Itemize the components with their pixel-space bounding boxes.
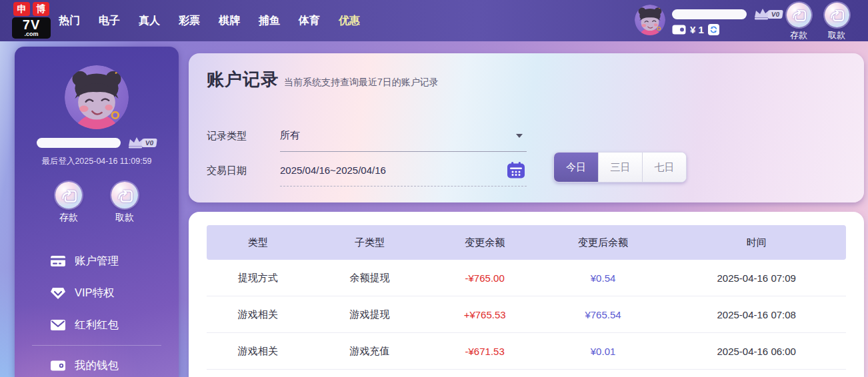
date-range-input[interactable]: 2025/04/16~2025/04/16	[280, 155, 527, 187]
account-records-filter-panel: 账户记录 当前系统支持查询最近7日的账户记录 记录类型 所有 交易日期 2025…	[189, 53, 864, 202]
withdraw-label: 取款	[105, 212, 145, 224]
logo-badge-bo: 博	[33, 2, 49, 16]
record-type-select[interactable]: 所有	[280, 120, 527, 152]
sidebar-item-my-wallet[interactable]: 我的钱包	[15, 350, 179, 377]
card-icon	[50, 254, 66, 268]
logo-main-text: 7V	[14, 18, 49, 31]
avatar-image	[65, 65, 129, 129]
top-nav-menu: 热门 电子 真人 彩票 棋牌 捕鱼 体育 优惠	[57, 0, 361, 41]
table-row: 提现方式 余额提现 -¥765.00 ¥0.54 2025-04-16 07:0…	[207, 260, 846, 296]
sidebar-item-vip-privileges[interactable]: VIP特权	[15, 277, 179, 309]
transaction-date-label: 交易日期	[207, 165, 280, 177]
deposit-icon	[787, 3, 811, 27]
withdraw-button-sidebar[interactable]: 取款	[105, 182, 145, 224]
sidebar-item-label: VIP特权	[75, 286, 115, 300]
sidebar-item-label: 红利红包	[75, 318, 119, 332]
last-login-text: 最后登入2025-04-16 11:09:59	[15, 156, 179, 167]
sidebar-menu: 账户管理 VIP特权 红利红包	[15, 245, 179, 377]
sidebar-divider	[32, 345, 161, 346]
logo-badge-shen: 申	[13, 2, 30, 16]
username-masked	[672, 9, 747, 19]
cell-subtype: 游戏充值	[309, 345, 430, 358]
nav-item-promotions[interactable]: 优惠	[337, 14, 361, 28]
date-range-value: 2025/04/16~2025/04/16	[280, 165, 386, 176]
withdraw-icon	[111, 182, 138, 208]
sidebar-item-label: 我的钱包	[75, 358, 119, 373]
nav-item-cards[interactable]: 棋牌	[217, 14, 241, 28]
sidebar-user-avatar[interactable]	[65, 65, 129, 129]
nav-item-lottery[interactable]: 彩票	[177, 14, 201, 28]
site-logo[interactable]: 申 博 7V .com	[12, 2, 51, 39]
vip-level-badge: V0	[767, 10, 783, 19]
cell-type: 游戏相关	[207, 345, 309, 358]
nav-item-fishing[interactable]: 捕鱼	[257, 14, 281, 28]
logo-suffix-text: .com	[14, 31, 49, 37]
envelope-icon	[50, 318, 66, 332]
nav-item-hot[interactable]: 热门	[57, 14, 81, 28]
cell-type: 提现方式	[207, 272, 309, 284]
record-type-row: 记录类型 所有	[207, 120, 527, 152]
cell-change: -¥765.00	[431, 272, 539, 284]
vip-level-badge: V0	[141, 139, 157, 147]
cell-type: 游戏相关	[207, 308, 309, 321]
wallet-icon	[50, 359, 66, 372]
record-type-label: 记录类型	[207, 130, 280, 143]
column-header-after-balance: 变更后余额	[539, 236, 667, 249]
nav-item-live[interactable]: 真人	[137, 14, 161, 28]
table-row: 游戏相关 游戏充值 -¥671.53 ¥0.01 2025-04-16 06:0…	[207, 333, 846, 370]
logo-badges: 申 博	[12, 2, 51, 16]
nav-item-slots[interactable]: 电子	[97, 14, 121, 28]
sidebar-item-bonus-red-packet[interactable]: 红利红包	[15, 309, 179, 341]
sidebar-item-label: 账户管理	[75, 254, 119, 268]
records-table: 类型 子类型 变更余额 变更后余额 时间 提现方式 余额提现 -¥765.00 …	[207, 225, 846, 370]
sidebar-user-line: V0	[15, 136, 179, 149]
sidebar: V0 最后登入2025-04-16 11:09:59 存款 取款	[15, 47, 179, 377]
table-header-row: 类型 子类型 变更余额 变更后余额 时间	[207, 225, 846, 260]
cell-subtype: 余额提现	[309, 272, 430, 284]
account-records-table-panel: 类型 子类型 变更余额 变更后余额 时间 提现方式 余额提现 -¥765.00 …	[189, 212, 864, 377]
avatar-image	[635, 5, 665, 35]
wallet-icon	[672, 25, 686, 35]
column-header-subtype: 子类型	[309, 236, 430, 249]
deposit-button-top[interactable]: 存款	[783, 3, 814, 41]
withdraw-button-top[interactable]: 取款	[821, 3, 852, 41]
page-root: 申 博 7V .com 热门 电子 真人 彩票 棋牌 捕鱼 体育 优惠	[0, 0, 868, 377]
logo-box: 7V .com	[12, 17, 51, 39]
range-button-seven-days[interactable]: 七日	[642, 153, 686, 182]
refresh-balance-button[interactable]	[708, 24, 719, 35]
cell-change: +¥765.53	[431, 309, 539, 320]
cell-change: -¥671.53	[431, 346, 539, 357]
top-navigation-bar: 申 博 7V .com 热门 电子 真人 彩票 棋牌 捕鱼 体育 优惠	[0, 0, 868, 41]
username-masked	[37, 138, 121, 148]
deposit-button-sidebar[interactable]: 存款	[49, 182, 89, 224]
withdraw-label: 取款	[821, 29, 852, 41]
deposit-icon	[55, 182, 82, 208]
cell-time: 2025-04-16 07:09	[667, 272, 846, 284]
cell-subtype: 游戏提现	[309, 308, 430, 321]
column-header-type: 类型	[207, 236, 309, 249]
range-button-today[interactable]: 今日	[554, 153, 598, 182]
page-title: 账户记录	[207, 68, 279, 91]
cell-after: ¥0.54	[539, 272, 667, 284]
cell-time: 2025-04-16 06:00	[667, 346, 846, 357]
cell-time: 2025-04-16 07:08	[667, 309, 846, 320]
cell-after: ¥765.54	[539, 309, 667, 320]
sidebar-item-account-management[interactable]: 账户管理	[15, 245, 179, 277]
nav-item-sports[interactable]: 体育	[297, 14, 321, 28]
record-type-selected-value: 所有	[280, 129, 300, 142]
range-button-three-days[interactable]: 三日	[598, 153, 642, 182]
column-header-time: 时间	[667, 236, 846, 249]
user-info-cluster: V0 ¥ 1	[672, 7, 783, 35]
vip-gem-icon	[50, 286, 66, 300]
sidebar-actions: 存款 取款	[15, 182, 179, 224]
refresh-icon	[709, 25, 718, 34]
user-avatar[interactable]	[635, 5, 665, 35]
panel-title-block: 账户记录 当前系统支持查询最近7日的账户记录	[207, 68, 439, 91]
deposit-label: 存款	[783, 29, 814, 41]
table-row: 游戏相关 游戏提现 +¥765.53 ¥765.54 2025-04-16 07…	[207, 296, 846, 333]
balance-amount: ¥ 1	[690, 24, 704, 35]
chevron-down-icon	[516, 134, 523, 138]
calendar-icon[interactable]	[507, 161, 525, 179]
column-header-change: 变更余额	[431, 236, 539, 249]
withdraw-icon	[825, 3, 849, 27]
